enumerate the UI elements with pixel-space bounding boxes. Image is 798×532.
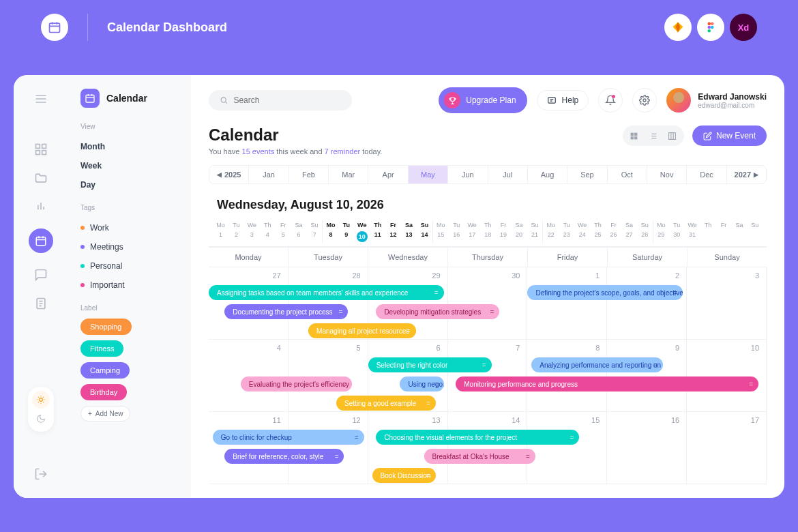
section-tags: Tags (80, 204, 179, 211)
event[interactable]: Evaluating the project's efficiency= (241, 376, 352, 391)
add-new-button[interactable]: +Add New (80, 406, 130, 422)
new-event-button[interactable]: New Event (692, 125, 767, 146)
view-week[interactable]: Week (80, 156, 179, 175)
user-email: edward@mail.com (698, 102, 767, 109)
event[interactable]: Monitoring performance and progress= (456, 376, 758, 391)
label-fitness[interactable]: Fitness (80, 340, 123, 357)
column-view-icon[interactable] (664, 128, 681, 143)
svg-rect-19 (631, 136, 634, 139)
svg-point-12 (40, 398, 43, 402)
calendar-grid: MondayTuesdayWednesdayThursdayFridaySatu… (209, 247, 767, 484)
svg-rect-0 (50, 23, 60, 32)
section-view: View (80, 123, 179, 130)
event[interactable]: Setting a good example= (336, 396, 436, 411)
month-tab-mar[interactable]: Mar (329, 166, 368, 183)
year-next[interactable]: 2027 ▶ (727, 166, 766, 183)
dow-header: Friday (528, 248, 608, 267)
outer-header: Calendar Dashboard Xd (0, 0, 798, 55)
month-tab-sep[interactable]: Sep (567, 166, 607, 183)
moon-icon[interactable] (32, 410, 50, 428)
help-button[interactable]: Help (537, 90, 589, 110)
logo-icon (41, 14, 68, 41)
dow-header: Thursday (448, 248, 528, 267)
avatar (666, 88, 691, 113)
topbar: Upgrade Plan Help Edward Janowski edward… (209, 87, 767, 113)
svg-point-14 (221, 98, 226, 102)
svg-rect-9 (42, 151, 46, 155)
event[interactable]: Using nego...= (400, 376, 443, 391)
event[interactable]: Managing all project resources= (308, 323, 416, 338)
event[interactable]: Breakfast at Oka's House= (424, 449, 535, 464)
sidebar: Calendar View MonthWeekDay Tags WorkMeet… (68, 75, 191, 498)
calendar-icon[interactable] (29, 228, 53, 253)
label-shopping[interactable]: Shopping (80, 319, 132, 335)
month-tab-jan[interactable]: Jan (249, 166, 289, 183)
svg-point-2 (711, 23, 714, 26)
chart-icon[interactable] (34, 200, 48, 213)
event[interactable]: Brief for reference, color, style= (224, 449, 344, 464)
event[interactable]: Selecting the right color= (368, 357, 492, 372)
figma-icon[interactable] (697, 14, 724, 41)
view-toggle[interactable] (623, 125, 684, 146)
mini-calendar: MoTuWeThFrSaSuMoTuWeThFrSaSuMoTuWeThFrSa… (209, 218, 767, 247)
dow-header: Saturday (608, 248, 688, 267)
help-icon (547, 95, 557, 105)
year-prev[interactable]: ◀ 2025 (209, 166, 249, 183)
dow-header: Tuesday (289, 248, 368, 267)
event[interactable]: Go to clinic for checkup= (213, 430, 364, 445)
event[interactable]: Assigning tasks based on team members' s… (209, 285, 444, 300)
tag-personal[interactable]: Personal (80, 256, 179, 276)
menu-icon[interactable] (34, 92, 48, 106)
label-camping[interactable]: Camping (80, 362, 130, 379)
tag-important[interactable]: Important (80, 276, 179, 295)
notifications-button[interactable] (598, 88, 623, 113)
logout-icon[interactable] (34, 467, 48, 481)
svg-rect-15 (548, 98, 555, 103)
svg-point-5 (708, 29, 711, 33)
tag-meetings[interactable]: Meetings (80, 237, 179, 256)
main-content: Upgrade Plan Help Edward Janowski edward… (191, 75, 784, 498)
event[interactable]: Developing mitigation strategies= (376, 304, 499, 319)
event[interactable]: Analyzing performance and reporting on i… (531, 357, 663, 372)
doc-icon[interactable] (34, 297, 48, 310)
sketch-icon[interactable] (664, 14, 692, 41)
event[interactable]: Choosing the visual elements for the pro… (376, 430, 579, 445)
svg-rect-20 (635, 136, 638, 139)
svg-point-16 (643, 99, 646, 102)
chat-icon[interactable] (34, 268, 48, 282)
month-tab-apr[interactable]: Apr (368, 166, 408, 183)
month-tab-dec[interactable]: Dec (687, 166, 726, 183)
list-view-icon[interactable] (645, 128, 662, 143)
sun-icon[interactable] (32, 391, 50, 409)
svg-rect-18 (635, 132, 638, 135)
svg-point-1 (708, 23, 711, 26)
label-birthday[interactable]: Birthday (80, 384, 127, 400)
trophy-icon (444, 92, 460, 108)
svg-rect-13 (86, 95, 94, 102)
dashboard-icon[interactable] (34, 143, 48, 156)
month-tab-aug[interactable]: Aug (528, 166, 567, 183)
settings-button[interactable] (632, 88, 657, 113)
month-tab-feb[interactable]: Feb (289, 166, 329, 183)
month-tab-nov[interactable]: Nov (647, 166, 687, 183)
view-month[interactable]: Month (80, 137, 179, 156)
gear-icon (639, 95, 650, 106)
event[interactable]: Documenting the project process= (224, 304, 348, 319)
month-tab-jul[interactable]: Jul (488, 166, 528, 183)
view-day[interactable]: Day (80, 175, 179, 194)
theme-toggle[interactable] (28, 387, 54, 432)
svg-rect-8 (36, 151, 40, 155)
month-tabs[interactable]: ◀ 2025JanFebMarAprMayJunJulAugSepOctNovD… (209, 165, 767, 184)
month-tab-jun[interactable]: Jun (448, 166, 488, 183)
folder-icon[interactable] (34, 171, 48, 185)
upgrade-button[interactable]: Upgrade Plan (439, 87, 527, 113)
event[interactable]: Book Discussion= (372, 468, 436, 483)
month-tab-may[interactable]: May (409, 166, 448, 183)
tag-work[interactable]: Work (80, 218, 179, 237)
user-menu[interactable]: Edward Janowski edward@mail.com (666, 88, 767, 113)
month-tab-oct[interactable]: Oct (608, 166, 647, 183)
grid-view-icon[interactable] (625, 128, 643, 143)
search-input[interactable] (209, 90, 352, 110)
event[interactable]: Defining the project's scope, goals, and… (527, 285, 683, 300)
xd-icon[interactable]: Xd (730, 14, 757, 41)
